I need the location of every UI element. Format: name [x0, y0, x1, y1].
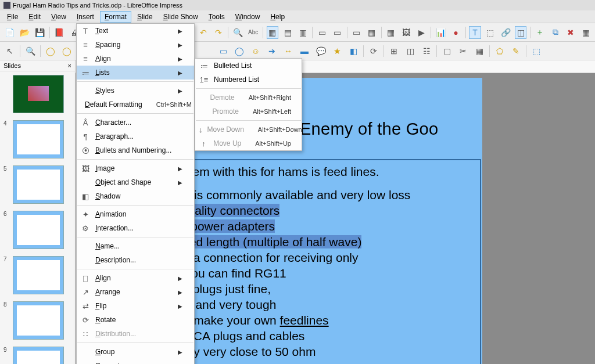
menu-insert[interactable]: Insert [72, 11, 99, 23]
menubar[interactable]: FileEditViewInsertFormatSlideSlide ShowT… [0, 10, 595, 23]
insert-object-button[interactable]: ● [450, 26, 461, 39]
menu-item-align[interactable]: ⎕Align▶ [77, 271, 194, 285]
new-button[interactable]: 📄 [3, 26, 15, 39]
slide-thumbnail-5[interactable] [13, 165, 64, 204]
menu-slide[interactable]: Slide [132, 11, 157, 23]
insert-textbox-button[interactable]: T [469, 26, 481, 39]
line-arrow-tool[interactable]: ↔ [282, 45, 295, 57]
snap-button[interactable]: ▤ [282, 26, 293, 39]
rotate-tool[interactable]: ⟳ [367, 45, 380, 57]
menu-item-default-formatting[interactable]: Default FormattingCtrl+Shift+M [77, 98, 194, 111]
menu-item-arrange[interactable]: ↗Arrange▶ [77, 285, 194, 299]
menu-item-styles[interactable]: Styles▶ [77, 84, 194, 98]
menu-item-spacing[interactable]: ≡Spacing▶ [77, 38, 194, 52]
star-tool[interactable]: ★ [331, 45, 343, 57]
menu-window[interactable]: Window [231, 11, 265, 23]
line-color[interactable]: ◯ [44, 45, 57, 57]
menu-help[interactable]: Help [266, 11, 289, 23]
slide-thumbnail-6[interactable] [13, 211, 64, 249]
find-button[interactable]: 🔍 [232, 26, 243, 39]
submenu-item-bulleted-list[interactable]: ≔Bulleted List [195, 59, 302, 73]
menu-item-paragraph[interactable]: ¶Paragraph... [77, 129, 194, 143]
fill-color[interactable]: ◯ [60, 45, 73, 57]
menu-item-rotate[interactable]: ⟳Rotate [77, 313, 194, 327]
menu-item-name[interactable]: Name... [77, 239, 194, 253]
start-first-button[interactable]: ▭ [350, 26, 362, 39]
menu-view[interactable]: View [46, 11, 71, 23]
export-pdf-button[interactable]: 📕 [53, 26, 64, 39]
crop-button[interactable]: ✂ [457, 45, 469, 57]
menu-item-flip[interactable]: ⇄Flip▶ [77, 299, 194, 313]
insert-hyperlink-button[interactable]: 🔗 [500, 26, 511, 39]
callout-tool[interactable]: 💬 [314, 45, 327, 57]
grid-button[interactable]: ▦ [267, 26, 278, 39]
open-button[interactable]: 📂 [19, 26, 30, 39]
ellipse-tool[interactable]: ◯ [233, 45, 246, 57]
menu-item-group[interactable]: Group▶ [77, 345, 194, 359]
slide-thumbnail-9[interactable] [13, 347, 64, 364]
shadow-button[interactable]: ▢ [440, 45, 453, 57]
menu-edit[interactable]: Edit [24, 11, 45, 23]
menu-item-description[interactable]: Description... [77, 253, 194, 267]
zoom-tool[interactable]: 🔍 [24, 45, 37, 57]
arrange-objects[interactable]: ◫ [404, 45, 417, 57]
extrusion-button[interactable]: ⬚ [530, 45, 543, 57]
menu-item-object-and-shape[interactable]: Object and Shape▶ [77, 175, 194, 189]
slide-thumbnail-7[interactable] [13, 256, 64, 294]
glue-tool[interactable]: ✎ [510, 45, 522, 57]
menu-item-label: Shadow [95, 192, 184, 200]
new-slide-button[interactable]: ＋ [534, 26, 546, 39]
show-draw-button[interactable]: ◫ [515, 26, 526, 39]
menu-item-label: Character... [95, 118, 184, 127]
flowchart-tool[interactable]: ▬ [298, 45, 311, 57]
menu-item-lists[interactable]: ≔Lists▶ [77, 66, 194, 80]
insert-fontwork-button[interactable]: ⬚ [485, 26, 496, 39]
menu-item-label: Animation [95, 210, 184, 218]
align-objects[interactable]: ⊞ [388, 45, 400, 57]
3d-tool[interactable]: ◧ [347, 45, 360, 57]
insert-chart-button[interactable]: 📊 [435, 26, 446, 39]
menu-item-bullets-and-numbering[interactable]: ⦿Bullets and Numbering... [77, 143, 194, 157]
menu-item-text[interactable]: TText▶ [77, 24, 194, 38]
slide-thumbnail-8[interactable] [13, 301, 64, 340]
lists-submenu[interactable]: ≔Bulleted List1≡Numbered ListDemoteAlt+S… [195, 58, 302, 151]
smiley-tool[interactable]: ☺ [249, 45, 262, 57]
slide-thumbnail-4[interactable] [13, 120, 64, 158]
start-current-button[interactable]: ▦ [366, 26, 378, 39]
slide-layout-button[interactable]: ▦ [580, 26, 592, 39]
select-tool[interactable]: ↖ [3, 45, 16, 57]
rect-tool[interactable]: ▭ [217, 45, 230, 57]
distribute-objects[interactable]: ☷ [420, 45, 433, 57]
format-menu[interactable]: TText▶≡Spacing▶≡Align▶≔Lists▶Styles▶Defa… [76, 23, 195, 364]
menu-item-interaction[interactable]: ⚙Interaction... [77, 221, 194, 235]
menu-format[interactable]: Format [100, 11, 131, 23]
menu-item-image[interactable]: 🖼Image▶ [77, 161, 194, 175]
filter-button[interactable]: ▦ [473, 45, 486, 57]
slides-panel[interactable]: Slides × 45678910 [0, 60, 76, 364]
menu-slide-show[interactable]: Slide Show [159, 11, 203, 23]
menu-item-animation[interactable]: ✦Animation [77, 207, 194, 221]
display-views[interactable]: ▭ [316, 26, 328, 39]
spellcheck-button[interactable]: Abc [248, 26, 259, 39]
menu-item-character[interactable]: ÅCharacter... [77, 116, 194, 129]
insert-av-button[interactable]: ▶ [415, 26, 427, 39]
arrow-tool[interactable]: ➔ [266, 45, 278, 57]
dup-slide-button[interactable]: ⧉ [550, 26, 561, 39]
del-slide-button[interactable]: ✖ [565, 26, 576, 39]
undo-button[interactable]: ↶ [198, 26, 209, 39]
master-button[interactable]: ▭ [331, 26, 343, 39]
menu-file[interactable]: File [2, 11, 23, 23]
slide-thumbnail-3[interactable] [13, 75, 64, 113]
helplines-button[interactable]: ▥ [297, 26, 309, 39]
menu-tools[interactable]: Tools [204, 11, 230, 23]
save-button[interactable]: 💾 [34, 26, 45, 39]
insert-table-button[interactable]: ▦ [385, 26, 397, 39]
menu-item-shadow[interactable]: ◧Shadow [77, 189, 194, 203]
slides-panel-close[interactable]: × [68, 62, 71, 69]
menu-item-align[interactable]: ≡Align▶ [77, 52, 194, 66]
submenu-item-numbered-list[interactable]: 1≡Numbered List [195, 73, 302, 87]
points-tool[interactable]: ⬠ [493, 45, 506, 57]
insert-image-button[interactable]: 🖼 [400, 26, 412, 39]
menu-item-convert[interactable]: Convert▶ [77, 359, 194, 364]
redo-button[interactable]: ↷ [213, 26, 224, 39]
